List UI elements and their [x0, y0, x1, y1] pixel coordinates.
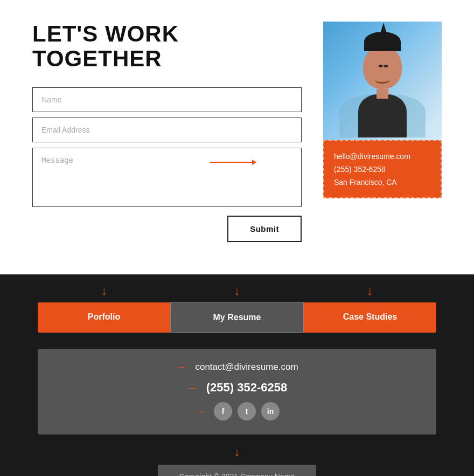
middle-section: ↓ ↓ ↓ Porfolio My Resume Case Studies → … — [0, 274, 474, 434]
profile-phone: (255) 352-6258 — [334, 163, 431, 176]
nav-arrows-row: ↓ ↓ ↓ — [38, 274, 436, 297]
social-row-container: → f t in — [54, 402, 420, 420]
twitter-icon[interactable]: t — [238, 402, 256, 420]
contact-email-row: → contact@diviresume.com — [54, 361, 420, 373]
contact-phone: (255) 352-6258 — [206, 381, 287, 395]
phone-arrow-icon: → — [187, 382, 198, 394]
profile-location: San Francisco, CA — [334, 176, 431, 189]
top-section: LET'S WORK TOGETHER Submit — [0, 0, 474, 274]
nav-resume[interactable]: My Resume — [170, 302, 304, 333]
facebook-icon[interactable]: f — [214, 402, 232, 420]
form-area: LET'S WORK TOGETHER Submit — [32, 22, 302, 242]
profile-photo — [323, 22, 442, 140]
contact-layout: LET'S WORK TOGETHER Submit — [32, 22, 442, 242]
profile-card: hello@diviresume.com (255) 352-6258 San … — [323, 22, 442, 198]
page-title: LET'S WORK TOGETHER — [32, 22, 302, 71]
down-arrow-2: ↓ — [234, 285, 240, 297]
down-arrow-1: ↓ — [101, 285, 107, 297]
social-icons: f t in — [214, 402, 280, 420]
person-illustration — [339, 24, 426, 137]
contact-form: Submit — [32, 87, 302, 242]
contact-phone-row: → (255) 352-6258 — [54, 381, 420, 395]
profile-info: hello@diviresume.com (255) 352-6258 San … — [323, 140, 442, 198]
contact-email: contact@diviresume.com — [195, 362, 298, 372]
bottom-section: ↓ Copyright © 2021 Company Name — [0, 434, 474, 476]
submit-button[interactable]: Submit — [227, 216, 302, 242]
social-arrow-icon: → — [194, 405, 205, 418]
submit-row: Submit — [32, 216, 302, 242]
profile-email: hello@diviresume.com — [334, 150, 431, 163]
copyright-text: Copyright © 2021 Company Name — [179, 472, 295, 476]
nav-case-studies[interactable]: Case Studies — [304, 302, 436, 333]
email-arrow-icon: → — [176, 361, 186, 373]
email-input[interactable] — [32, 118, 302, 142]
annotation-arrow — [210, 162, 253, 163]
linkedin-icon[interactable]: in — [261, 402, 280, 420]
message-input[interactable] — [32, 148, 302, 207]
nav-portfolio[interactable]: Porfolio — [38, 302, 170, 333]
nav-bar: Porfolio My Resume Case Studies — [38, 302, 436, 333]
down-arrow-3: ↓ — [367, 285, 373, 297]
arrow-line — [210, 162, 253, 163]
contact-info-block: → contact@diviresume.com → (255) 352-625… — [38, 349, 436, 434]
copyright-bar: Copyright © 2021 Company Name — [158, 465, 316, 476]
name-input[interactable] — [32, 87, 302, 112]
footer-down-arrow: ↓ — [234, 445, 240, 459]
